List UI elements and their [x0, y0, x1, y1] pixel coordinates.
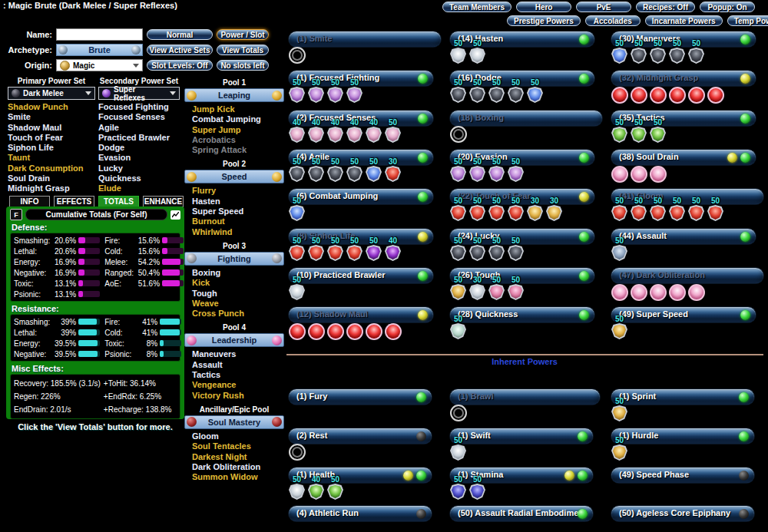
power-list-item-siphon-life[interactable]: Siphon Life: [8, 143, 95, 153]
topbar-button-temp-powers[interactable]: Temp Powers: [727, 15, 768, 26]
pool-select-leadership[interactable]: Leadership: [184, 333, 284, 347]
tab-totals[interactable]: TOTALS: [98, 196, 139, 207]
enhancement-slot[interactable]: 50: [287, 79, 306, 103]
topbar-button-incarnate-powers[interactable]: Incarnate Powers: [645, 15, 723, 26]
enhancement-slot[interactable]: 50: [610, 40, 629, 64]
enhancement-icon[interactable]: [508, 166, 524, 182]
tab-effects[interactable]: EFFECTS: [54, 196, 94, 207]
enhancement-icon[interactable]: [508, 284, 524, 300]
power-bar-sprint[interactable]: (1) Sprint: [611, 388, 755, 405]
enhancement-slot[interactable]: [687, 276, 706, 301]
enhancement-slot[interactable]: 40: [326, 119, 345, 143]
enhancement-icon[interactable]: [327, 166, 343, 182]
power-list-item-darkest-night[interactable]: Darkest Night: [192, 452, 284, 462]
enhancement-icon[interactable]: [450, 205, 466, 221]
topbar-button-recipes-off[interactable]: Recipes: Off: [636, 2, 695, 12]
power-list-item-soul-drain[interactable]: Soul Drain: [8, 173, 95, 183]
power-bar-hurdle[interactable]: (1) Hurdle: [611, 428, 755, 444]
power-list-item-taunt[interactable]: Taunt: [8, 153, 95, 163]
power-bar-swift[interactable]: (1) Swift: [449, 428, 594, 444]
slot-levels-button[interactable]: Slot Levels: Off: [147, 60, 213, 71]
enhancement-icon[interactable]: [688, 205, 704, 221]
enhancement-icon[interactable]: [611, 87, 628, 104]
enhancement-icon[interactable]: [669, 205, 685, 221]
enhancement-slot[interactable]: 50: [326, 158, 345, 182]
power-list-item-shadow-punch[interactable]: Shadow Punch: [8, 102, 95, 112]
enhancement-slot[interactable]: [449, 398, 468, 421]
power-list-item-combat-jumping[interactable]: Combat Jumping: [192, 114, 284, 124]
enhancement-icon[interactable]: [611, 245, 627, 261]
enhancement-icon[interactable]: [527, 205, 543, 221]
enhancement-slot[interactable]: 50: [610, 316, 629, 339]
enhancement-slot[interactable]: 50: [287, 158, 306, 182]
power-list-item-flurry[interactable]: Flurry: [192, 186, 284, 196]
enhancement-icon[interactable]: [366, 323, 382, 340]
power-list-item-gloom[interactable]: Gloom: [192, 431, 284, 441]
enhancement-slot[interactable]: 30: [525, 197, 545, 221]
topbar-button-hero[interactable]: Hero: [516, 2, 571, 12]
enhancement-icon[interactable]: [289, 245, 305, 261]
power-list-item-dark-consumption[interactable]: Dark Consumption: [8, 164, 95, 173]
pool-select-leaping[interactable]: Leaping: [184, 88, 284, 102]
enhancement-icon[interactable]: [631, 284, 647, 301]
enhancement-slot[interactable]: 50: [449, 316, 468, 339]
empty-slot[interactable]: [450, 405, 467, 421]
enhancement-icon[interactable]: [611, 127, 627, 143]
enhancement-slot[interactable]: 50: [525, 79, 545, 103]
archetype-prev-icon[interactable]: [58, 45, 68, 55]
enhancement-icon[interactable]: [469, 87, 485, 103]
enhancement-icon[interactable]: [611, 444, 627, 461]
enhancement-slot[interactable]: 40: [306, 476, 326, 500]
enhancement-slot[interactable]: 50: [449, 79, 468, 103]
enhancement-icon[interactable]: [611, 166, 628, 183]
power-list-item-jump-kick[interactable]: Jump Kick: [192, 104, 284, 114]
enhancement-slot[interactable]: 50: [706, 197, 725, 221]
enhancement-slot[interactable]: [306, 316, 326, 340]
enhancement-icon[interactable]: [366, 245, 382, 261]
enhancement-icon[interactable]: [488, 284, 505, 300]
enhancement-slot[interactable]: [287, 40, 306, 64]
enhancement-slot[interactable]: 50: [287, 197, 306, 221]
enhancement-slot[interactable]: 50: [449, 476, 468, 500]
enhancement-slot[interactable]: 50: [449, 40, 468, 64]
enhancement-slot[interactable]: 50: [326, 79, 345, 103]
enhancement-slot[interactable]: 50: [306, 158, 326, 182]
enhancement-icon[interactable]: [385, 127, 401, 143]
enhancement-slot[interactable]: 40: [383, 237, 402, 261]
power-list-item-evasion[interactable]: Evasion: [98, 153, 180, 163]
enhancement-slot[interactable]: 50: [364, 158, 383, 182]
enhancement-slot[interactable]: 40: [287, 119, 306, 143]
pool-select-speed[interactable]: Speed: [184, 170, 284, 183]
enhancement-slot[interactable]: 30: [468, 276, 487, 300]
enhancement-slot[interactable]: [287, 437, 306, 461]
enhancement-slot[interactable]: [629, 79, 648, 104]
enhancement-icon[interactable]: [450, 87, 466, 103]
power-list-item-midnight-grasp[interactable]: Midnight Grasp: [8, 183, 95, 193]
enhancement-icon[interactable]: [346, 323, 363, 340]
enhancement-slot[interactable]: 30: [545, 197, 564, 221]
enhancement-slot[interactable]: 50: [487, 79, 506, 103]
power-list-item-smite[interactable]: Smite: [8, 112, 95, 122]
enhancement-slot[interactable]: 50: [506, 197, 525, 221]
power-list-item-quickness[interactable]: Quickness: [98, 173, 180, 183]
enhancement-icon[interactable]: [631, 205, 647, 221]
enhancement-slot[interactable]: [383, 316, 402, 340]
enhancement-icon[interactable]: [450, 245, 466, 261]
tab-info[interactable]: INFO: [9, 196, 50, 207]
enhancement-icon[interactable]: [308, 166, 324, 182]
enhancement-icon[interactable]: [469, 484, 485, 500]
enhancement-icon[interactable]: [650, 284, 667, 301]
enhancement-icon[interactable]: [385, 166, 401, 182]
enhancement-slot[interactable]: 50: [648, 197, 667, 221]
power-bar-super-speed[interactable]: (49) Super Speed: [611, 306, 756, 323]
enhancement-icon[interactable]: [611, 205, 627, 221]
enhancement-icon[interactable]: [366, 166, 382, 182]
topbar-button-team-members[interactable]: Team Members: [442, 2, 511, 12]
enhancement-icon[interactable]: [488, 87, 505, 103]
enhancement-slot[interactable]: 50: [306, 79, 326, 103]
enhancement-icon[interactable]: [450, 166, 466, 182]
enhancement-icon[interactable]: [289, 484, 305, 500]
enhancement-slot[interactable]: 50: [468, 237, 487, 261]
power-list-item-super-speed[interactable]: Super Speed: [192, 207, 284, 216]
power-list-item-weave[interactable]: Weave: [192, 299, 284, 309]
